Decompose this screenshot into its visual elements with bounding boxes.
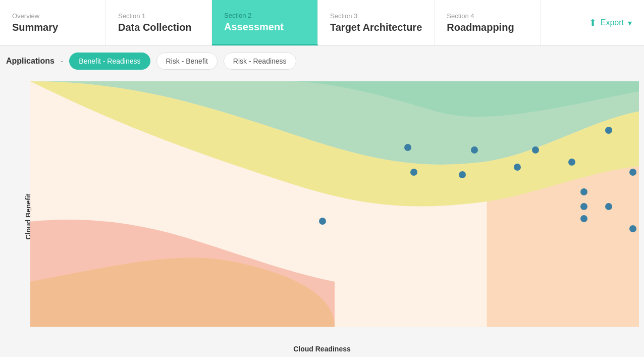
data-point-9[interactable]	[580, 188, 587, 195]
benefit-readiness-button[interactable]: Benefit - Readiness	[69, 53, 150, 70]
tab-title: Roadmapping	[447, 22, 528, 33]
export-button[interactable]: ⬆ Export ▾	[577, 0, 644, 45]
applications-label: Applications	[6, 57, 55, 66]
data-point-12[interactable]	[605, 203, 612, 210]
tab-title: Summary	[12, 22, 93, 33]
data-point-5[interactable]	[532, 146, 539, 154]
chart-toolbar: Applications - Benefit - Readiness Risk …	[0, 46, 644, 76]
tab-title: Assessment	[224, 21, 305, 33]
data-point-0[interactable]	[404, 144, 411, 151]
risk-readiness-button[interactable]: Risk - Readiness	[224, 53, 296, 70]
tab-section3[interactable]: Section 3 Target Architecture	[318, 0, 435, 45]
chart-background-svg	[30, 81, 639, 327]
chart-container: Cloud Benefit Low Medium High Low Medium	[0, 76, 644, 357]
y-tick-medium: Medium	[30, 206, 32, 213]
export-label: Export	[601, 18, 624, 27]
export-icon: ⬆	[589, 17, 597, 28]
tab-section-label: Section 4	[447, 12, 528, 20]
data-point-10[interactable]	[580, 203, 587, 210]
svg-rect-0	[30, 81, 639, 327]
tab-section1[interactable]: Section 1 Data Collection	[106, 0, 212, 45]
tab-overview[interactable]: Overview Summary	[0, 0, 106, 45]
tab-section-label: Overview	[12, 12, 93, 20]
data-point-2[interactable]	[319, 218, 326, 225]
tab-section-label: Section 1	[118, 12, 199, 20]
data-point-11[interactable]	[580, 215, 587, 222]
risk-benefit-button[interactable]: Risk - Benefit	[156, 53, 218, 70]
tab-section-label: Section 2	[224, 12, 305, 19]
data-point-6[interactable]	[514, 164, 521, 171]
tab-title: Data Collection	[118, 22, 199, 33]
chart-area: Low Medium High Low Medium High	[30, 81, 639, 327]
tab-section-label: Section 3	[330, 12, 422, 20]
data-point-8[interactable]	[605, 127, 612, 134]
tab-section2[interactable]: Section 2 Assessment	[212, 0, 318, 45]
data-point-13[interactable]	[629, 169, 636, 176]
data-point-7[interactable]	[568, 159, 575, 166]
x-axis-label: Cloud Readiness	[293, 345, 351, 353]
data-point-4[interactable]	[471, 146, 478, 154]
chevron-down-icon: ▾	[628, 18, 632, 28]
data-point-1[interactable]	[410, 169, 417, 176]
data-point-3[interactable]	[459, 171, 466, 178]
tab-title: Target Architecture	[330, 22, 422, 33]
navigation-tabs: Overview Summary Section 1 Data Collecti…	[0, 0, 644, 46]
data-point-14[interactable]	[629, 225, 636, 232]
dash-separator: -	[61, 57, 63, 66]
tab-section4[interactable]: Section 4 Roadmapping	[435, 0, 541, 45]
